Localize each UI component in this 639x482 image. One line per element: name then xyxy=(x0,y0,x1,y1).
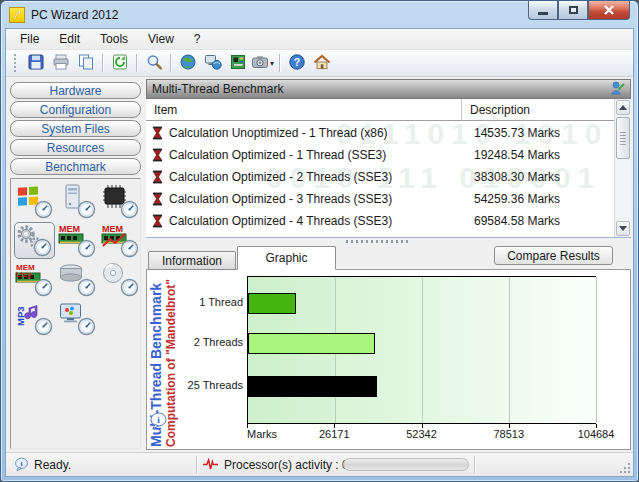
app-window: PC Wizard 2012 FileEditToolsView? ▾? Har… xyxy=(0,0,639,482)
sidebar-item-configuration[interactable]: Configuration xyxy=(10,101,141,118)
svg-text:MEM: MEM xyxy=(59,224,80,234)
network-icon xyxy=(204,53,222,74)
arrow-down-icon xyxy=(619,226,627,231)
bar-2-threads xyxy=(248,333,375,354)
wizard-icon[interactable] xyxy=(609,80,625,98)
status-separator xyxy=(474,456,475,473)
toolbar-separator xyxy=(279,54,280,72)
print-button[interactable] xyxy=(48,52,73,74)
scroll-down-button[interactable] xyxy=(616,221,630,236)
motherboard-button[interactable] xyxy=(225,52,250,74)
section-title: Multi-Thread Benchmark xyxy=(152,82,283,96)
toolbar-separator xyxy=(102,54,103,72)
arrow-up-icon xyxy=(619,105,627,110)
row-item: Calculation Optimized - 2 Threads (SSE3) xyxy=(169,170,466,184)
network-button[interactable] xyxy=(200,52,225,74)
column-description[interactable]: Description xyxy=(461,99,530,120)
home-button[interactable] xyxy=(309,52,334,74)
x-tick-label: 78513 xyxy=(493,428,524,440)
svg-text:MEM: MEM xyxy=(102,224,123,234)
video-benchmark-icon[interactable] xyxy=(57,300,98,337)
table-row[interactable]: Calculation Optimized - 4 Threads (SSE3)… xyxy=(146,210,614,232)
compare-results-button[interactable]: Compare Results xyxy=(494,246,613,265)
web-icon xyxy=(179,53,197,74)
menu-tools[interactable]: Tools xyxy=(90,30,138,48)
menu-edit[interactable]: Edit xyxy=(49,30,90,48)
disk-benchmark-icon[interactable] xyxy=(57,261,98,298)
maximize-button[interactable] xyxy=(558,1,588,20)
app-icon xyxy=(9,7,25,23)
hourglass-icon xyxy=(152,192,163,206)
sidebar-item-system-files[interactable]: System Files xyxy=(10,120,141,137)
column-item[interactable]: Item xyxy=(146,103,461,117)
table-row[interactable]: Calculation Optimized - 3 Threads (SSE3)… xyxy=(146,188,614,210)
multithread-benchmark-icon[interactable] xyxy=(14,222,55,259)
sidebar-item-hardware[interactable]: Hardware xyxy=(10,82,141,99)
processor-activity: Processor(s) activity : 0% xyxy=(202,458,359,472)
window-title: PC Wizard 2012 xyxy=(31,8,118,22)
resize-grip[interactable] xyxy=(619,462,631,474)
titlebar[interactable]: PC Wizard 2012 xyxy=(1,1,638,28)
svg-text:MP3: MP3 xyxy=(15,306,26,326)
bar-25-threads xyxy=(248,376,377,397)
info-icon: i xyxy=(14,457,29,472)
tab-information[interactable]: Information xyxy=(148,251,236,270)
minimize-button[interactable] xyxy=(528,1,558,20)
hourglass-icon xyxy=(152,148,163,162)
menu-view[interactable]: View xyxy=(138,30,184,48)
row-description: 69584.58 Marks xyxy=(466,214,560,228)
refresh-icon xyxy=(111,53,129,74)
scroll-up-button[interactable] xyxy=(616,100,630,115)
memory-latency-benchmark-icon[interactable]: MEMLtcy xyxy=(14,261,55,298)
screenshot-button[interactable]: ▾ xyxy=(250,52,275,74)
dropdown-arrow-icon[interactable]: ▾ xyxy=(270,59,274,68)
main-area: Multi-Thread Benchmark 0111010 1010 0111… xyxy=(146,79,631,452)
processor-benchmark-icon[interactable] xyxy=(100,183,141,220)
menu-help[interactable]: ? xyxy=(184,30,211,48)
mp3-benchmark-icon[interactable]: MP3 xyxy=(14,300,55,337)
refresh-button[interactable] xyxy=(107,52,132,74)
table-row[interactable]: Calculation Optimized - 1 Thread (SSE3)1… xyxy=(146,144,614,166)
table-scrollbar[interactable] xyxy=(614,99,631,237)
benchmark-icon-panel: MEMMEMMEMLtcyMP3 xyxy=(10,178,141,449)
table-rows: Calculation Unoptimized - 1 Thread (x86)… xyxy=(146,122,614,237)
sidebar-item-benchmark[interactable]: Benchmark xyxy=(10,158,141,175)
category-label: 2 Threads xyxy=(165,332,243,353)
table-header[interactable]: Item Description xyxy=(146,99,631,121)
search-button[interactable] xyxy=(141,52,166,74)
splitter-handle[interactable] xyxy=(146,238,631,245)
memory-graph-benchmark-icon[interactable]: MEM xyxy=(100,222,141,259)
motherboard-icon xyxy=(229,53,247,74)
toolbar: ▾? xyxy=(6,50,633,77)
sidebar-item-resources[interactable]: Resources xyxy=(10,139,141,156)
cd-benchmark-icon[interactable] xyxy=(100,261,141,298)
status-ready-text: Ready. xyxy=(34,458,71,472)
table-row[interactable]: Calculation Optimized - 2 Threads (SSE3)… xyxy=(146,166,614,188)
gridline xyxy=(596,277,597,423)
scrollbar-thumb[interactable] xyxy=(616,117,630,159)
hourglass-icon xyxy=(152,170,163,184)
system-benchmark-icon[interactable] xyxy=(57,183,98,220)
svg-text:?: ? xyxy=(293,56,299,68)
toolbar-separator xyxy=(170,54,171,72)
web-button[interactable] xyxy=(175,52,200,74)
row-description: 38308.30 Marks xyxy=(466,170,560,184)
save-button[interactable] xyxy=(23,52,48,74)
windows-benchmark-icon[interactable] xyxy=(14,183,55,220)
copy-button[interactable] xyxy=(73,52,98,74)
gridline xyxy=(422,277,423,423)
tab-graphic[interactable]: Graphic xyxy=(237,246,336,270)
help-button[interactable]: ? xyxy=(284,52,309,74)
menu-file[interactable]: File xyxy=(10,30,49,48)
memory-benchmark-icon[interactable]: MEM xyxy=(57,222,98,259)
toolbar-grip[interactable] xyxy=(14,54,17,72)
table-row[interactable]: Calculation Unoptimized - 1 Thread (x86)… xyxy=(146,122,614,144)
search-icon xyxy=(145,53,163,74)
hourglass-icon xyxy=(152,214,163,228)
close-button[interactable] xyxy=(588,1,630,20)
x-tick-label: Marks xyxy=(247,428,277,440)
tabbar: InformationGraphic Compare Results xyxy=(146,245,631,269)
copy-icon xyxy=(77,53,95,74)
statusbar: i Ready. Processor(s) activity : 0% xyxy=(6,452,633,476)
window-controls xyxy=(528,1,630,20)
